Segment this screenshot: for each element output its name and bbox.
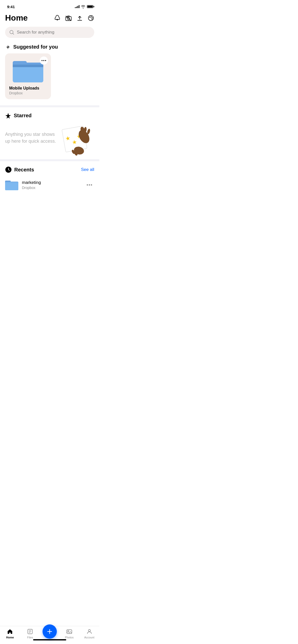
page-header: Home	[0, 11, 99, 26]
starred-illustration: ★ ★ ★	[59, 123, 94, 153]
clock-icon	[5, 166, 12, 173]
battery-icon	[87, 5, 93, 8]
svg-rect-17	[13, 65, 43, 67]
svg-point-7	[91, 16, 92, 17]
recent-item[interactable]: marketing Dropbox	[5, 177, 94, 193]
bottom-spacer	[0, 193, 99, 218]
starred-empty-text: Anything you star shows up here for quic…	[5, 131, 59, 145]
search-icon	[9, 30, 14, 35]
svg-point-33	[87, 184, 88, 186]
suggested-header: Suggested for you	[0, 42, 99, 53]
sparkle-icon	[5, 44, 11, 50]
recents-left: Recents	[5, 166, 34, 173]
starred-content: Anything you star shows up here for quic…	[5, 123, 94, 153]
recent-item-subtitle: Dropbox	[22, 186, 81, 190]
see-all-button[interactable]: See all	[81, 167, 94, 172]
camera-button[interactable]	[65, 15, 72, 21]
svg-point-34	[89, 184, 90, 186]
notification-button[interactable]	[54, 15, 61, 21]
svg-point-5	[88, 16, 93, 21]
svg-text:★: ★	[65, 135, 71, 142]
svg-point-9	[91, 19, 92, 20]
svg-point-6	[89, 17, 90, 18]
svg-point-12	[43, 60, 44, 61]
card-subtitle: Dropbox	[9, 91, 47, 95]
header-actions	[54, 15, 94, 21]
recents-section: Recents See all marketing Dropbox	[0, 161, 99, 193]
page-title: Home	[5, 13, 28, 23]
svg-point-13	[45, 60, 46, 61]
suggested-items: Mobile Uploads Dropbox	[0, 53, 99, 105]
recent-item-more-button[interactable]	[85, 184, 94, 186]
starred-section: Starred Anything you star shows up here …	[0, 107, 99, 159]
suggested-title: Suggested for you	[13, 44, 58, 50]
svg-rect-2	[67, 16, 70, 17]
recent-item-info: marketing Dropbox	[22, 180, 81, 190]
svg-text:★: ★	[71, 139, 77, 146]
suggested-card-mobile-uploads[interactable]: Mobile Uploads Dropbox	[5, 53, 51, 99]
status-icons	[75, 5, 93, 8]
folder-icon-recent	[5, 179, 18, 191]
svg-point-11	[42, 60, 43, 61]
folder-illustration	[13, 57, 43, 83]
signal-icon	[75, 5, 79, 8]
svg-point-35	[91, 184, 92, 186]
palette-button[interactable]	[88, 15, 94, 21]
upload-button[interactable]	[76, 15, 83, 21]
svg-rect-16	[13, 65, 43, 82]
section-divider-2	[0, 159, 99, 161]
status-bar: 9:41	[0, 0, 99, 11]
status-time: 9:41	[7, 5, 15, 9]
search-bar[interactable]	[5, 27, 94, 38]
section-divider-1	[0, 105, 99, 107]
recents-title: Recents	[14, 167, 34, 173]
svg-point-8	[92, 17, 93, 18]
wifi-icon	[81, 5, 85, 8]
starred-header: Starred	[5, 112, 94, 119]
recent-item-name: marketing	[22, 180, 81, 185]
card-menu-button[interactable]	[40, 56, 48, 65]
suggested-section: Suggested for you Mobile Uploads Dropbox	[0, 42, 99, 105]
card-name: Mobile Uploads	[9, 86, 47, 91]
star-icon	[5, 112, 11, 119]
svg-rect-32	[5, 182, 18, 190]
starred-title: Starred	[14, 113, 32, 119]
search-container	[0, 26, 99, 42]
search-input[interactable]	[17, 30, 90, 35]
recents-header: Recents See all	[5, 166, 94, 173]
